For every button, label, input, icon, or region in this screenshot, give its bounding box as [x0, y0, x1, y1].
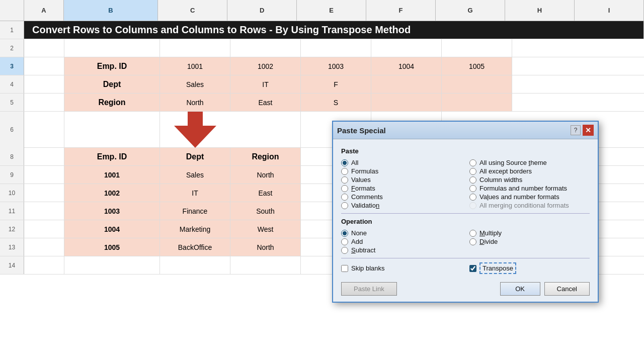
- cell-8c: Dept: [160, 148, 230, 165]
- row-num-3: 3: [0, 57, 24, 75]
- paste-validation-option[interactable]: Validation: [341, 202, 461, 209]
- skip-blanks-label: Skip blanks: [351, 264, 384, 272]
- cell-3d: 1002: [230, 57, 301, 75]
- row-num-2: 2: [0, 39, 24, 57]
- paste-col-widths-option[interactable]: Column widths: [469, 176, 590, 184]
- paste-values-option[interactable]: Values: [341, 176, 461, 184]
- dialog-body: Paste All Formulas Values: [333, 139, 598, 302]
- operation-multiply-radio[interactable]: [469, 230, 476, 237]
- paste-formulas-number-label: Formulas and number formats: [479, 185, 567, 192]
- cell-11d: South: [230, 202, 301, 220]
- cell-8a: [24, 148, 64, 165]
- cell-5e: S: [301, 94, 371, 111]
- arrow-shaft: [188, 112, 203, 126]
- paste-formats-option[interactable]: Formats: [341, 185, 461, 192]
- cell-11b: 1003: [64, 202, 160, 220]
- transpose-checkbox[interactable]: [469, 265, 476, 272]
- cell-8d: Region: [230, 148, 301, 165]
- subtract-underline: S: [351, 246, 356, 254]
- cell-3c: 1001: [160, 57, 230, 75]
- operation-divide-label: Divide: [479, 238, 498, 245]
- arrow-head: [174, 126, 216, 148]
- cell-2b: [64, 39, 160, 57]
- operation-multiply-option[interactable]: Multiply: [469, 229, 590, 237]
- paste-formulas-number-radio[interactable]: [469, 185, 476, 192]
- transpose-option[interactable]: Transpose: [469, 262, 590, 274]
- paste-all-source-radio[interactable]: [469, 159, 476, 166]
- paste-values-radio[interactable]: [341, 176, 348, 184]
- row-1: 1 Convert Rows to Columns and Columns to…: [0, 21, 644, 39]
- cell-5f: [371, 94, 442, 111]
- paste-validation-underline: n: [376, 202, 379, 209]
- operation-options: None Add Subtract Multiply: [341, 229, 590, 254]
- paste-all-source-option[interactable]: All using Source theme: [469, 159, 590, 166]
- cell-14a: [24, 256, 64, 274]
- row-5: 5 Region North East S: [0, 94, 644, 112]
- row-num-1: 1: [0, 21, 24, 39]
- dialog-close-button[interactable]: ✕: [583, 125, 594, 136]
- cell-13a: [24, 238, 64, 256]
- paste-formulas-option[interactable]: Formulas: [341, 167, 461, 175]
- down-arrow-container: [174, 112, 216, 148]
- cell-11a: [24, 202, 64, 220]
- paste-col-widths-radio[interactable]: [469, 176, 476, 184]
- cell-12c: Marketing: [160, 220, 230, 238]
- row-4: 4 Dept Sales IT F: [0, 75, 644, 94]
- paste-section-title: Paste: [341, 147, 590, 155]
- operation-subtract-label: Subtract: [351, 246, 375, 254]
- paste-validation-radio[interactable]: [341, 202, 348, 209]
- cell-2e: [301, 39, 371, 57]
- operation-section-title: Operation: [341, 218, 590, 225]
- skip-blanks-option[interactable]: Skip blanks: [341, 262, 461, 274]
- operation-subtract-option[interactable]: Subtract: [341, 246, 461, 254]
- cell-2g: [442, 39, 512, 57]
- cancel-button[interactable]: Cancel: [544, 282, 590, 296]
- row-num-8: 8: [0, 148, 24, 165]
- paste-formulas-radio[interactable]: [341, 168, 348, 175]
- operation-add-radio[interactable]: [341, 238, 348, 245]
- ok-button[interactable]: OK: [500, 282, 540, 296]
- paste-comments-radio[interactable]: [341, 194, 348, 201]
- cell-14c: [160, 256, 230, 274]
- operation-divide-radio[interactable]: [469, 238, 476, 245]
- operation-none-option[interactable]: None: [341, 229, 461, 237]
- skip-blanks-checkbox[interactable]: [341, 265, 348, 272]
- cell-4f: [371, 75, 442, 93]
- dialog-help-button[interactable]: ?: [571, 125, 581, 135]
- cell-13d: North: [230, 238, 301, 256]
- paste-all-merging-option[interactable]: All merging conditional formats: [469, 202, 590, 209]
- operation-divide-option[interactable]: Divide: [469, 238, 590, 245]
- operation-subtract-radio[interactable]: [341, 247, 348, 254]
- paste-except-borders-option[interactable]: All except borders: [469, 167, 590, 175]
- paste-except-borders-label: All except borders: [479, 167, 532, 175]
- dialog-title: Paste Special: [337, 126, 386, 135]
- paste-validation-label: Validation: [351, 202, 379, 209]
- operation-add-label: Add: [351, 238, 363, 245]
- row-num-11: 11: [0, 202, 24, 220]
- col-header-b: B: [64, 0, 158, 21]
- col-header-f: F: [366, 0, 436, 21]
- cell-14b: [64, 256, 160, 274]
- paste-except-borders-radio[interactable]: [469, 168, 476, 175]
- row-3: 3 Emp. ID 1001 1002 1003 1004 1005: [0, 57, 644, 75]
- corner-header: [0, 0, 24, 21]
- row-num-6: 6: [0, 112, 24, 148]
- row-num-14: 14: [0, 256, 24, 274]
- cell-10c: IT: [160, 184, 230, 202]
- paste-comments-option[interactable]: Comments: [341, 193, 461, 201]
- paste-values-number-option[interactable]: Values and number formats: [469, 193, 590, 201]
- paste-values-number-radio[interactable]: [469, 194, 476, 201]
- dialog-titlebar: Paste Special ? ✕: [333, 122, 598, 139]
- operation-none-radio[interactable]: [341, 230, 348, 237]
- paste-formulas-number-option[interactable]: Formulas and number formats: [469, 185, 590, 192]
- cell-6e: [230, 112, 301, 148]
- paste-all-radio[interactable]: [341, 159, 348, 166]
- footer-right-buttons: OK Cancel: [500, 282, 590, 296]
- cell-12a: [24, 220, 64, 238]
- paste-formats-radio[interactable]: [341, 185, 348, 192]
- paste-col-widths-label: Column widths: [479, 176, 522, 184]
- paste-link-button[interactable]: Paste Link: [341, 282, 397, 296]
- paste-all-option[interactable]: All: [341, 159, 461, 166]
- operation-add-option[interactable]: Add: [341, 238, 461, 245]
- paste-values-number-label: Values and number formats: [479, 193, 559, 201]
